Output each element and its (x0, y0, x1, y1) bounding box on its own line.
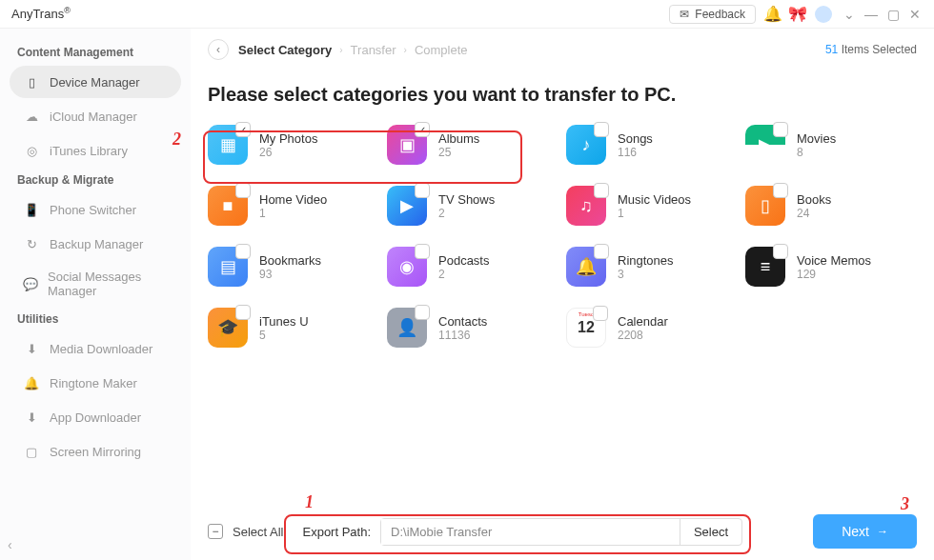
selection-count: 51 (825, 43, 838, 56)
export-path-input[interactable] (381, 519, 680, 545)
breadcrumb-row: ‹ Select Category › Transfer › Complete … (208, 29, 917, 70)
category-checkbox[interactable] (773, 122, 788, 137)
sidebar-item-media-downloader[interactable]: ⬇Media Downloader (10, 332, 181, 365)
category-labels: Calendar2208 (618, 314, 668, 342)
category-count: 129 (797, 268, 871, 281)
category-name: Ringtones (618, 253, 674, 268)
notification-icon[interactable]: 🔔 (765, 7, 781, 22)
category-calendar[interactable]: Tuesd12Calendar2208 (566, 306, 738, 350)
category-name: Movies (797, 131, 836, 146)
category-labels: Music Videos1 (618, 192, 691, 220)
breadcrumb-step-2: Transfer (351, 43, 396, 57)
category-checkbox[interactable]: ✓ (235, 122, 251, 137)
category-checkbox[interactable] (594, 183, 609, 198)
category-itunes-u[interactable]: 🎓iTunes U5 (208, 306, 379, 350)
category-name: Home Video (259, 192, 327, 207)
main-content: ‹ Select Category › Transfer › Complete … (191, 29, 934, 560)
sidebar-item-phone-switcher[interactable]: 📱Phone Switcher (10, 193, 181, 226)
bottom-bar: − Select All Export Path: Select Next → (208, 514, 917, 549)
sidebar-item-itunes-library[interactable]: ◎iTunes Library (10, 134, 181, 167)
minimize-icon[interactable]: — (863, 7, 880, 22)
category-labels: Songs116 (618, 131, 653, 159)
mirror-icon: ▢ (23, 443, 40, 460)
sidebar-item-social-messages-manager[interactable]: 💬Social Messages Manager (10, 262, 181, 306)
category-home-video[interactable]: ■Home Video1 (208, 184, 379, 228)
category-checkbox[interactable]: ✓ (415, 122, 430, 137)
category-songs[interactable]: ♪Songs116 (566, 123, 738, 167)
sidebar-item-icloud-manager[interactable]: ☁iCloud Manager (10, 100, 181, 132)
category-name: Books (797, 192, 831, 207)
category-checkbox[interactable] (593, 306, 608, 321)
category-checkbox[interactable] (415, 305, 430, 320)
category-ringtones[interactable]: 🔔Ringtones3 (566, 245, 738, 289)
sidebar-item-screen-mirroring[interactable]: ▢Screen Mirroring (10, 435, 181, 468)
category-labels: Movies8 (797, 131, 836, 159)
category-checkbox[interactable] (773, 244, 788, 259)
export-path-select-button[interactable]: Select (680, 519, 741, 545)
category-movies[interactable]: ▶Movies8 (745, 123, 917, 167)
category-music-videos[interactable]: ♫Music Videos1 (566, 184, 738, 228)
envelope-icon: ✉ (680, 8, 689, 21)
category-count: 24 (797, 207, 831, 220)
category-checkbox[interactable] (594, 244, 609, 259)
app-icon: ⬇ (23, 409, 40, 426)
next-button[interactable]: Next → (813, 514, 917, 549)
category-bookmarks[interactable]: ▤Bookmarks93 (208, 245, 379, 289)
category-checkbox[interactable] (235, 305, 251, 320)
brand-trademark: ® (64, 6, 71, 15)
sidebar-item-app-downloader[interactable]: ⬇App Downloader (10, 401, 181, 433)
category-name: Contacts (438, 314, 487, 329)
category-count: 2 (438, 268, 489, 281)
category-labels: My Photos26 (259, 131, 317, 159)
breadcrumb-step-1[interactable]: Select Category (238, 43, 332, 57)
annotation-callout-3: 3 (901, 494, 909, 514)
category-checkbox[interactable] (415, 244, 430, 259)
category-checkbox[interactable] (235, 244, 251, 259)
category-podcasts[interactable]: ◉Podcasts2 (387, 245, 558, 289)
sidebar-section-title: Content Management (4, 40, 187, 65)
sidebar-collapse-button[interactable]: ‹ (8, 537, 12, 552)
category-checkbox[interactable] (415, 183, 430, 198)
category-icon: ♪ (566, 125, 606, 165)
chevron-right-icon: › (404, 45, 407, 55)
category-name: Calendar (618, 314, 668, 329)
category-icon: ▤ (208, 247, 248, 287)
category-icon: ▣✓ (387, 125, 427, 165)
gift-icon[interactable]: 🎀 (790, 7, 805, 22)
feedback-button[interactable]: ✉ Feedback (669, 5, 756, 24)
select-all-checkbox[interactable]: − (208, 524, 223, 539)
phone-icon: 📱 (23, 201, 40, 218)
category-my-photos[interactable]: ▦✓My Photos26 (208, 123, 379, 167)
category-icon: Tuesd12 (566, 308, 606, 348)
avatar[interactable] (815, 6, 832, 23)
breadcrumb-back-button[interactable]: ‹ (208, 39, 229, 60)
dropdown-icon[interactable]: ⌄ (842, 7, 857, 22)
sidebar-item-label: iTunes Library (50, 144, 128, 158)
category-labels: Ringtones3 (618, 253, 674, 281)
category-checkbox[interactable] (235, 183, 251, 198)
sidebar-item-label: iCloud Manager (50, 110, 137, 124)
export-path-box: Select (380, 518, 742, 546)
download-icon: ⬇ (23, 340, 40, 357)
sidebar-item-label: Ringtone Maker (50, 376, 137, 390)
close-icon[interactable]: ✕ (907, 7, 923, 22)
category-labels: Podcasts2 (438, 253, 489, 281)
sidebar-item-device-manager[interactable]: ▯Device Manager (10, 66, 181, 98)
category-icon: ▶ (387, 186, 427, 226)
category-count: 93 (259, 268, 321, 281)
category-checkbox[interactable] (773, 183, 788, 198)
category-checkbox[interactable] (594, 122, 609, 137)
maximize-icon[interactable]: ▢ (885, 7, 902, 22)
category-contacts[interactable]: 👤Contacts11136 (387, 306, 558, 350)
category-tv-shows[interactable]: ▶TV Shows2 (387, 184, 558, 228)
category-voice-memos[interactable]: ≡Voice Memos129 (745, 245, 917, 289)
category-books[interactable]: ▯Books24 (745, 184, 917, 228)
category-icon: ▶ (745, 125, 785, 165)
category-albums[interactable]: ▣✓Albums25 (387, 123, 558, 167)
category-count: 26 (259, 146, 317, 159)
category-icon: 👤 (387, 308, 427, 348)
sidebar-item-backup-manager[interactable]: ↻Backup Manager (10, 228, 181, 260)
feedback-label: Feedback (695, 8, 745, 21)
category-name: Songs (618, 131, 653, 146)
sidebar-item-ringtone-maker[interactable]: 🔔Ringtone Maker (10, 367, 181, 399)
